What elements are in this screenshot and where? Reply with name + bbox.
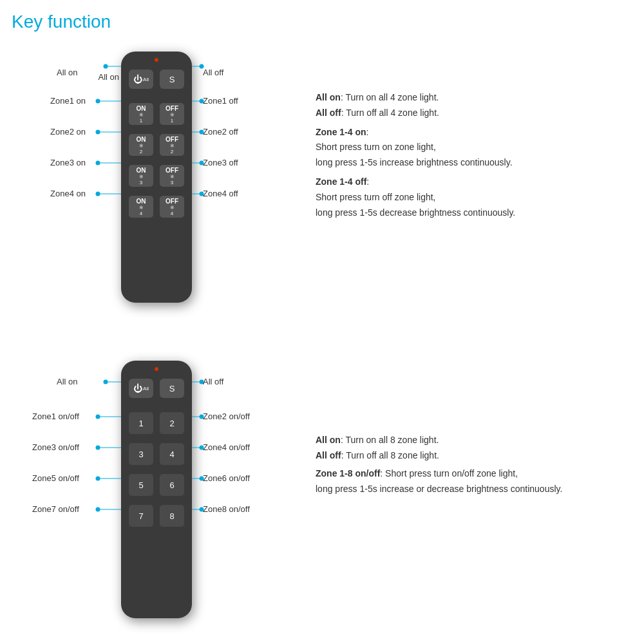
btn-2-r2[interactable]: 2 (160, 412, 184, 434)
zone2-on-r1[interactable]: ON ✱ 2 (129, 134, 153, 156)
s-button-r2[interactable]: S (160, 379, 184, 398)
btn-1-r2[interactable]: 1 (129, 412, 153, 434)
s-button-r1[interactable]: S (160, 70, 184, 89)
svg-point-24 (96, 446, 100, 450)
lbl-z1off-r1: Zone1 off (203, 96, 238, 106)
lbl-z3off-r1: Zone3 off (203, 158, 238, 167)
lbl-z4off-r1: Zone4 off (203, 189, 238, 198)
svg-point-26 (96, 477, 100, 481)
svg-point-8 (96, 192, 100, 196)
btn-5-r2[interactable]: 5 (129, 474, 153, 496)
zone4-on-r1[interactable]: ON ✱ 4 (129, 196, 153, 218)
lbl-z1onoff-r2: Zone1 on/off (32, 412, 79, 421)
zone3-on-r1[interactable]: ON ✱ 3 (129, 165, 153, 187)
svg-point-6 (96, 161, 100, 166)
zone2-off-r1[interactable]: OFF ✱ 2 (160, 134, 184, 156)
lbl-z4on-r1: Zone4 on (50, 189, 86, 198)
btn-3-r2[interactable]: 3 (129, 443, 153, 465)
lbl-z3onoff-r2: Zone3 on/off (32, 442, 79, 452)
lbl-z2off-r1: Zone2 off (203, 127, 238, 137)
desc-remote2: All on: Turn on all 8 zone light. All of… (316, 433, 631, 497)
lbl-z3on-r1: Zone3 on (50, 158, 86, 167)
lbl-z1on-r1: Zone1 on (50, 96, 86, 106)
svg-point-20 (104, 380, 108, 384)
svg-point-28 (96, 507, 100, 512)
svg-point-0 (104, 64, 108, 69)
lbl-z4onoff-r2: Zone4 on/off (203, 442, 250, 452)
lbl-z2onoff-r2: Zone2 on/off (203, 412, 250, 421)
lbl-z5onoff-r2: Zone5 on/off (32, 473, 79, 483)
lbl-allon-r1: All on (57, 68, 78, 77)
zone3-off-r1[interactable]: OFF ✱ 3 (160, 165, 184, 187)
btn-8-r2[interactable]: 8 (160, 505, 184, 527)
svg-point-2 (96, 99, 100, 104)
label-all-on-r1: All on (98, 72, 119, 82)
lbl-z6onoff-r2: Zone6 on/off (203, 473, 250, 483)
btn-7-r2[interactable]: 7 (129, 505, 153, 527)
power-button-r2[interactable]: ⏻All (129, 379, 153, 398)
power-button-r1[interactable]: ⏻All (129, 70, 153, 89)
desc-remote1: All on: Turn on all 4 zone light. All of… (316, 90, 631, 220)
lbl-z7onoff-r2: Zone7 on/off (32, 504, 79, 514)
lbl-alloff-r1: All off (203, 68, 223, 77)
svg-point-4 (96, 130, 100, 135)
lbl-z8onoff-r2: Zone8 on/off (203, 504, 250, 514)
btn-4-r2[interactable]: 4 (160, 443, 184, 465)
btn-6-r2[interactable]: 6 (160, 474, 184, 496)
lbl-alloff-r2: All off (203, 377, 223, 386)
zone1-on-r1[interactable]: ON ✱ 1 (129, 103, 153, 125)
zone4-off-r1[interactable]: OFF ✱ 4 (160, 196, 184, 218)
lbl-allon-r2: All on (57, 377, 78, 386)
svg-point-22 (96, 415, 100, 419)
lbl-z2on-r1: Zone2 on (50, 127, 86, 137)
zone1-off-r1[interactable]: OFF ✱ 1 (160, 103, 184, 125)
page-title: Key function (0, 0, 644, 39)
